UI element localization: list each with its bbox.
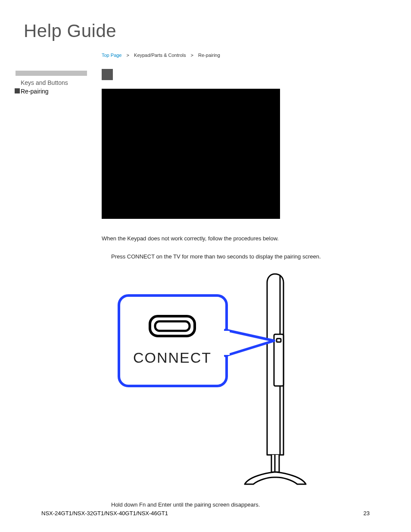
sidebar-item-re-pairing[interactable]: Re-pairing (16, 87, 87, 96)
sidebar-item-keys-and-buttons[interactable]: Keys and Buttons (16, 78, 87, 87)
step-2-text: Hold down Fn and Enter until the pairing… (111, 501, 260, 508)
sidebar: Keys and Buttons Re-pairing (16, 71, 87, 96)
breadcrumb-separator: > (191, 53, 193, 58)
footer-models: NSX-24GT1/NSX-32GT1/NSX-40GT1/NSX-46GT1 (41, 510, 168, 516)
connect-diagram: CONNECT (111, 270, 322, 488)
sidebar-divider (16, 71, 87, 76)
svg-rect-2 (277, 339, 281, 342)
breadcrumb-top-page[interactable]: Top Page (102, 53, 121, 58)
step-1-text: Press CONNECT on the TV for more than tw… (111, 253, 321, 260)
video-placeholder (102, 89, 280, 219)
breadcrumb: Top Page > Keypad/Parts & Controls > Re-… (102, 53, 220, 58)
intro-text: When the Keypad does not work correctly,… (102, 235, 279, 242)
breadcrumb-level3: Re-pairing (198, 53, 220, 58)
svg-rect-4 (119, 296, 227, 386)
footer-page-number: 23 (364, 510, 370, 516)
breadcrumb-separator: > (127, 53, 129, 58)
page-title: Help Guide (24, 21, 116, 41)
section-marker-icon (102, 69, 113, 80)
connect-label: CONNECT (133, 349, 212, 366)
breadcrumb-level2: Keypad/Parts & Controls (134, 53, 186, 58)
